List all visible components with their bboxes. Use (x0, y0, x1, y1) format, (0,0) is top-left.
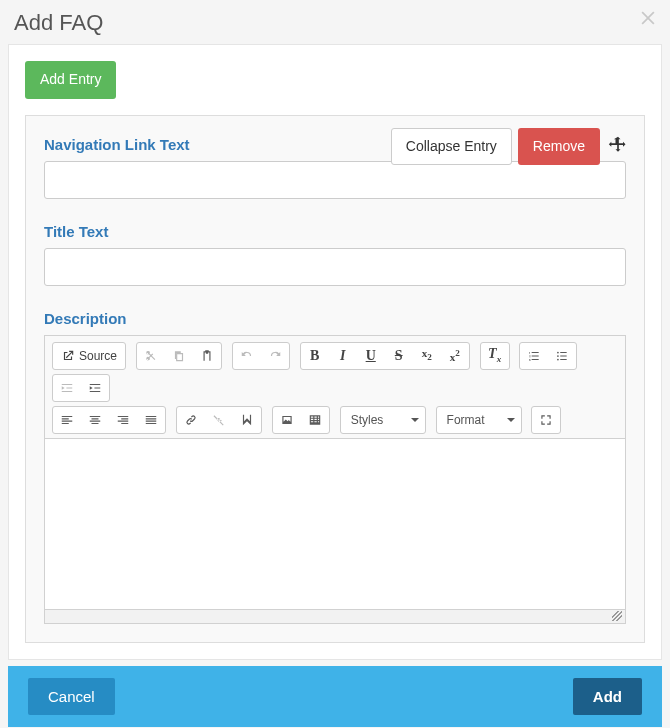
cancel-button[interactable]: Cancel (28, 678, 115, 715)
add-faq-modal: Add FAQ Add Entry Collapse Entry Remove … (0, 0, 670, 727)
format-dropdown[interactable]: Format (436, 406, 522, 434)
align-right-icon[interactable] (109, 407, 137, 433)
title-text-label: Title Text (44, 223, 626, 240)
entry-controls: Collapse Entry Remove (391, 128, 630, 166)
editor-toolbar: Source B I U (45, 336, 625, 439)
indent-icon[interactable] (81, 375, 109, 401)
styles-label: Styles (351, 414, 384, 426)
underline-icon[interactable]: U (357, 343, 385, 369)
modal-header: Add FAQ (0, 0, 670, 44)
modal-body: Add Entry Collapse Entry Remove Navigati… (8, 44, 662, 660)
copy-icon[interactable] (165, 343, 193, 369)
faq-entry: Collapse Entry Remove Navigation Link Te… (25, 115, 645, 643)
strike-icon[interactable]: S (385, 343, 413, 369)
add-button[interactable]: Add (573, 678, 642, 715)
svg-point-3 (558, 355, 560, 357)
remove-entry-button[interactable]: Remove (518, 128, 600, 166)
description-input[interactable] (45, 439, 625, 609)
table-icon[interactable] (301, 407, 329, 433)
align-justify-icon[interactable] (137, 407, 165, 433)
subscript-icon[interactable]: x2 (413, 343, 441, 369)
cut-icon[interactable] (137, 343, 165, 369)
collapse-entry-button[interactable]: Collapse Entry (391, 128, 512, 166)
close-icon[interactable] (638, 8, 658, 31)
link-icon[interactable] (177, 407, 205, 433)
source-label: Source (79, 350, 117, 362)
modal-title: Add FAQ (14, 10, 656, 36)
chevron-down-icon (507, 418, 515, 422)
italic-icon[interactable]: I (329, 343, 357, 369)
add-entry-button[interactable]: Add Entry (25, 61, 116, 99)
nav-link-input[interactable] (44, 161, 626, 199)
undo-icon[interactable] (233, 343, 261, 369)
title-text-input[interactable] (44, 248, 626, 286)
source-button[interactable]: Source (53, 343, 125, 369)
chevron-down-icon (411, 418, 419, 422)
image-icon[interactable] (273, 407, 301, 433)
rich-text-editor: Source B I U (44, 335, 626, 624)
unlink-icon[interactable] (205, 407, 233, 433)
redo-icon[interactable] (261, 343, 289, 369)
anchor-icon[interactable] (233, 407, 261, 433)
paste-icon[interactable] (193, 343, 221, 369)
bullet-list-icon[interactable] (548, 343, 576, 369)
format-label: Format (447, 414, 485, 426)
outdent-icon[interactable] (53, 375, 81, 401)
remove-format-icon[interactable]: Tx (481, 343, 509, 369)
styles-dropdown[interactable]: Styles (340, 406, 426, 434)
maximize-icon[interactable] (532, 407, 560, 433)
numbered-list-icon[interactable] (520, 343, 548, 369)
svg-point-4 (558, 358, 560, 360)
modal-footer: Cancel Add (8, 666, 662, 727)
align-left-icon[interactable] (53, 407, 81, 433)
bold-icon[interactable]: B (301, 343, 329, 369)
superscript-icon[interactable]: x2 (441, 343, 469, 369)
description-label: Description (44, 310, 626, 327)
align-center-icon[interactable] (81, 407, 109, 433)
move-icon[interactable] (606, 133, 630, 160)
resize-handle[interactable] (45, 609, 625, 623)
svg-point-2 (558, 351, 560, 353)
